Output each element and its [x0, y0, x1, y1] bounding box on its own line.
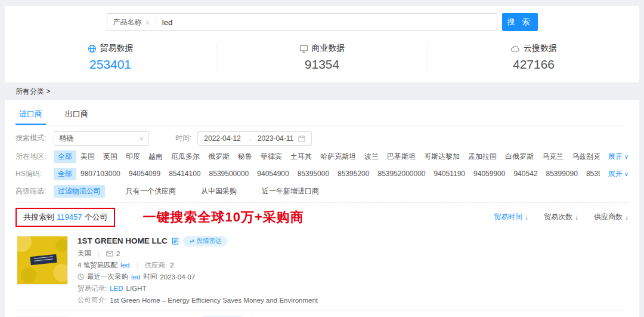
region-chip[interactable]: 孟加拉国	[464, 150, 501, 163]
region-chip[interactable]: 白俄罗斯	[501, 150, 538, 163]
search-input[interactable]	[156, 18, 497, 27]
region-chip[interactable]: 哈萨克斯坦	[316, 150, 360, 163]
region-expand-link[interactable]: 展开∨	[608, 152, 628, 162]
hs-code-chip[interactable]: 85399090	[541, 168, 581, 179]
tab-importers[interactable]: 进口商	[16, 104, 46, 125]
supplier-count: 2	[170, 261, 174, 269]
region-chip[interactable]: 菲律宾	[256, 150, 286, 163]
stat-label: 贸易数据	[100, 43, 134, 54]
region-chip[interactable]: 全部	[54, 150, 76, 163]
last-purchase-prefix: 最近一次采购	[87, 272, 128, 281]
divider	[16, 202, 628, 203]
region-chip-list: 全部美国英国印度越南厄瓜多尔俄罗斯秘鲁菲律宾土耳其哈萨克斯坦波兰巴基斯坦哥斯达黎…	[54, 150, 600, 163]
sort-option[interactable]: 贸易时间↓	[494, 212, 528, 222]
advanced-filter-row: 高级筛选: 过滤物流公司只有一个供应商从中国采购近一年新增进口商	[16, 185, 628, 198]
advanced-filter-chip[interactable]: 近一年新增进口商	[258, 185, 323, 198]
chevron-down-icon: ∨	[624, 171, 628, 177]
arrow-down-icon: ↓	[625, 213, 628, 221]
breadcrumb-all-categories[interactable]: 所有分类 >	[16, 87, 50, 96]
hs-code-expand-link[interactable]: 展开∨	[608, 169, 628, 179]
monitor-icon	[299, 44, 308, 53]
region-chip[interactable]: 美国	[76, 150, 99, 163]
clock-icon	[78, 273, 84, 280]
advanced-filter-chip[interactable]: 过滤物流公司	[54, 185, 105, 198]
hs-code-chip[interactable]: 94054900	[253, 168, 293, 179]
sort-option[interactable]: 供应商数↓	[594, 212, 628, 222]
trade-match-keyword: led	[120, 261, 129, 269]
hs-code-chip[interactable]: 8539500000	[205, 168, 253, 179]
sentiment-radar-badge[interactable]: 舆情雷达	[183, 236, 227, 247]
hs-code-chip[interactable]: 9807103000	[76, 168, 125, 179]
hs-code-chip[interactable]: 940542	[509, 168, 541, 179]
email-icon	[106, 251, 113, 257]
region-chip[interactable]: 印度	[122, 150, 144, 163]
last-purchase-time-label: 时间	[143, 272, 157, 281]
advanced-filter-label: 高级筛选:	[16, 186, 54, 196]
date-start: 2022-04-12	[204, 134, 240, 143]
count-prefix: 共搜索到	[23, 212, 54, 223]
hs-code-chip[interactable]: 94051190	[430, 168, 470, 179]
arrow-down-icon: ↓	[525, 213, 528, 221]
hs-code-chip[interactable]: 85395000	[293, 168, 333, 179]
region-chip[interactable]: 哥斯达黎加	[420, 150, 464, 163]
search-category-dropdown[interactable]: 产品名称 ∨	[107, 17, 156, 27]
arrow-down-icon: ↓	[575, 213, 578, 221]
company-name[interactable]: 1ST GREEN HOME LLC	[78, 236, 168, 245]
hs-code-chip[interactable]: 85395200	[333, 168, 373, 179]
hs-code-chip-list: 全部98071030009405409985414100853950000094…	[54, 168, 600, 180]
filters: 搜索模式: 精确 ∨ 时间: 2022-04-12 → 2023-04-11 所…	[16, 125, 628, 198]
hs-code-chip[interactable]: 853952000000	[373, 168, 429, 179]
company-thumbnail[interactable]	[17, 236, 68, 285]
date-range-picker[interactable]: 2022-04-12 → 2023-04-11	[197, 131, 312, 146]
date-end: 2023-04-11	[258, 134, 294, 143]
stat-trade-data[interactable]: 贸易数据 253401	[5, 42, 216, 74]
cloud-icon	[510, 44, 520, 53]
time-label: 时间:	[175, 133, 191, 143]
tab-exporters[interactable]: 出口商	[61, 104, 92, 125]
marketing-annotation: 一键搜索全球10万+采购商	[143, 208, 304, 226]
search-panel: 产品名称 ∨ 搜 索 贸易数据 253401 商业数据	[5, 6, 639, 82]
hs-code-chip[interactable]: 94054099	[125, 168, 165, 179]
region-chip[interactable]: 乌克兰	[538, 150, 568, 163]
sort-option[interactable]: 贸易次数↓	[544, 212, 578, 222]
stat-label: 云搜数据	[524, 43, 557, 54]
last-purchase-date: 2023-04-07	[160, 273, 195, 281]
hs-code-chip[interactable]: 85414100	[165, 168, 205, 179]
search-mode-select[interactable]: 精确 ∨	[54, 131, 149, 146]
importer-exporter-tabs: 进口商 出口商	[16, 100, 628, 125]
hs-code-chip[interactable]: 8539520000	[582, 168, 600, 179]
breadcrumb: 所有分类 >	[0, 82, 644, 100]
stat-cloud-search-data[interactable]: 云搜数据 427166	[428, 42, 639, 74]
company-report-icon[interactable]	[172, 238, 179, 245]
advanced-filter-chip[interactable]: 从中国采购	[197, 185, 241, 198]
region-chip[interactable]: 秘鲁	[234, 150, 256, 163]
results-header: 共搜索到 119457 个公司 一键搜索全球10万+采购商 贸易时间↓贸易次数↓…	[16, 208, 628, 227]
stat-business-data[interactable]: 商业数据 91354	[216, 42, 428, 74]
results-panel: 进口商 出口商 搜索模式: 精确 ∨ 时间: 2022-04-12 → 2023…	[5, 100, 639, 317]
region-chip[interactable]: 土耳其	[286, 150, 316, 163]
region-filter-row: 所在地区: 全部美国英国印度越南厄瓜多尔俄罗斯秘鲁菲律宾土耳其哈萨克斯坦波兰巴基…	[16, 150, 628, 163]
region-chip[interactable]: 乌兹别克斯坦	[568, 150, 600, 163]
region-filter-label: 所在地区:	[16, 152, 54, 162]
last-purchase-keyword: led	[131, 273, 140, 281]
region-chip[interactable]: 越南	[144, 150, 167, 163]
company-intro: 1st Green Home – Energy Efficiency Saves…	[110, 297, 318, 304]
region-chip[interactable]: 波兰	[360, 150, 383, 163]
region-chip[interactable]: 巴基斯坦	[383, 150, 420, 163]
trade-record-keyword: LED	[110, 285, 123, 292]
region-chip[interactable]: 俄罗斯	[204, 150, 234, 163]
region-chip[interactable]: 厄瓜多尔	[167, 150, 204, 163]
result-count: 119457	[57, 213, 82, 221]
hs-code-chip[interactable]: 全部	[54, 168, 76, 180]
chevron-down-icon: ∨	[145, 19, 150, 26]
stat-value: 91354	[216, 57, 428, 72]
search-button[interactable]: 搜 索	[502, 13, 538, 31]
region-chip[interactable]: 英国	[99, 150, 122, 163]
arrow-right-icon: →	[246, 134, 253, 143]
search-mode-row: 搜索模式: 精确 ∨ 时间: 2022-04-12 → 2023-04-11	[16, 131, 628, 146]
globe-icon	[88, 44, 97, 53]
hs-code-chip[interactable]: 94059900	[469, 168, 509, 179]
hs-code-filter-label: HS编码:	[16, 169, 54, 179]
advanced-filter-chip[interactable]: 只有一个供应商	[122, 185, 180, 198]
trade-match-text: 4 笔贸易匹配	[78, 261, 117, 270]
